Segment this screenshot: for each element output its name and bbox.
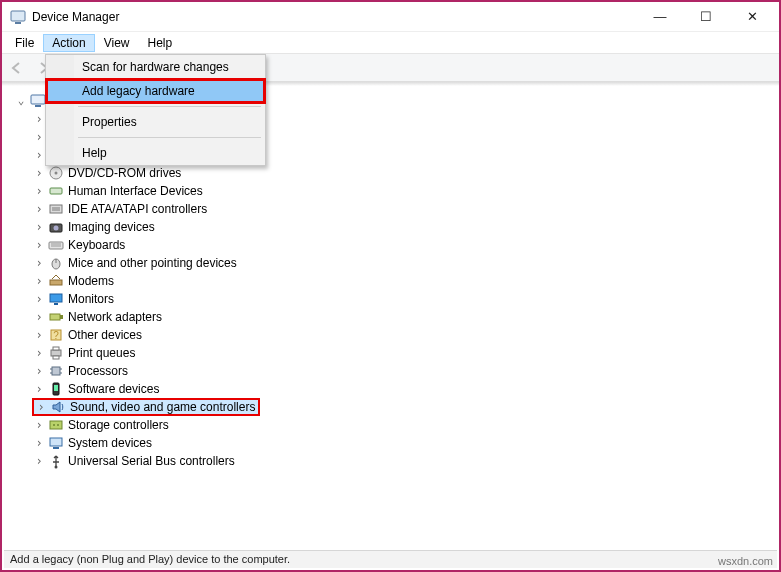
status-text: Add a legacy (non Plug and Play) device … [10, 553, 290, 565]
svg-rect-30 [53, 347, 59, 350]
speaker-icon [50, 399, 66, 415]
svg-rect-14 [52, 207, 60, 211]
svg-point-11 [55, 172, 58, 175]
tree-item-label: Keyboards [68, 238, 125, 252]
svg-rect-32 [52, 367, 60, 375]
expander-icon[interactable] [32, 184, 46, 198]
tree-item-processors[interactable]: Processors [32, 362, 773, 380]
tree-item-label: Monitors [68, 292, 114, 306]
expander-icon[interactable] [34, 400, 48, 414]
svg-point-44 [55, 466, 58, 469]
expander-icon[interactable] [32, 436, 46, 450]
menu-item-help[interactable]: Help [46, 141, 265, 165]
tree-item-mice[interactable]: Mice and other pointing devices [32, 254, 773, 272]
svg-point-40 [53, 424, 55, 426]
tree-item-network[interactable]: Network adapters [32, 308, 773, 326]
expander-icon[interactable] [32, 220, 46, 234]
svg-rect-26 [60, 315, 63, 319]
svg-rect-43 [53, 447, 59, 449]
tree-item-monitors[interactable]: Monitors [32, 290, 773, 308]
watermark: wsxdn.com [718, 555, 773, 567]
tree-item-ide-ata[interactable]: IDE ATA/ATAPI controllers [32, 200, 773, 218]
expander-icon[interactable] [32, 328, 46, 342]
hid-icon [48, 183, 64, 199]
tree-item-label: System devices [68, 436, 152, 450]
svg-rect-25 [50, 314, 60, 320]
close-button[interactable]: ✕ [729, 3, 775, 31]
expander-icon[interactable] [32, 130, 46, 144]
tree-item-label: Network adapters [68, 310, 162, 324]
svg-rect-23 [50, 294, 62, 302]
tree-item-sound-video-game[interactable]: Sound, video and game controllers [32, 398, 260, 416]
menu-bar: File Action View Help [2, 32, 779, 54]
svg-point-41 [57, 424, 59, 426]
tree-item-storage-controllers[interactable]: Storage controllers [32, 416, 773, 434]
tree-item-label: Imaging devices [68, 220, 155, 234]
svg-rect-0 [11, 11, 25, 21]
tree-item-usb-controllers[interactable]: Universal Serial Bus controllers [32, 452, 773, 470]
expander-icon[interactable] [32, 382, 46, 396]
menu-item-properties[interactable]: Properties [46, 110, 265, 134]
expander-icon[interactable] [32, 112, 46, 126]
expander-icon[interactable] [32, 292, 46, 306]
ide-controller-icon [48, 201, 64, 217]
menu-view[interactable]: View [95, 34, 139, 52]
svg-rect-29 [51, 350, 61, 356]
expander-icon[interactable] [32, 166, 46, 180]
svg-rect-22 [50, 280, 62, 285]
software-device-icon [48, 381, 64, 397]
tree-item-hid[interactable]: Human Interface Devices [32, 182, 773, 200]
system-device-icon [48, 435, 64, 451]
expander-icon[interactable] [32, 238, 46, 252]
tree-item-dvd-cdrom[interactable]: DVD/CD-ROM drives [32, 164, 773, 182]
menu-file[interactable]: File [6, 34, 43, 52]
expander-icon[interactable] [32, 274, 46, 288]
menu-item-scan-hardware[interactable]: Scan for hardware changes [46, 55, 265, 79]
dropdown-separator [78, 137, 261, 138]
window-title: Device Manager [32, 10, 637, 24]
tree-item-label: IDE ATA/ATAPI controllers [68, 202, 207, 216]
svg-rect-24 [54, 303, 58, 305]
expander-icon[interactable] [14, 95, 28, 108]
back-button[interactable] [5, 56, 29, 80]
expander-icon[interactable] [32, 148, 46, 162]
svg-rect-1 [15, 22, 21, 24]
tree-item-imaging[interactable]: Imaging devices [32, 218, 773, 236]
svg-rect-2 [31, 95, 45, 104]
svg-rect-39 [50, 421, 62, 429]
expander-icon[interactable] [32, 418, 46, 432]
menu-action[interactable]: Action [43, 34, 94, 52]
tree-item-label: Software devices [68, 382, 159, 396]
tree-item-label: Modems [68, 274, 114, 288]
tree-item-label: Processors [68, 364, 128, 378]
tree-item-label: Human Interface Devices [68, 184, 203, 198]
maximize-button[interactable]: ☐ [683, 3, 729, 31]
expander-icon[interactable] [32, 364, 46, 378]
menu-help[interactable]: Help [139, 34, 182, 52]
tree-item-software-devices[interactable]: Software devices [32, 380, 773, 398]
svg-point-16 [54, 226, 59, 231]
svg-rect-38 [54, 385, 58, 391]
dropdown-separator [78, 106, 261, 107]
menu-item-label: Help [82, 146, 107, 160]
network-adapter-icon [48, 309, 64, 325]
tree-item-other[interactable]: ? Other devices [32, 326, 773, 344]
svg-rect-42 [50, 438, 62, 446]
camera-icon [48, 219, 64, 235]
expander-icon[interactable] [32, 256, 46, 270]
other-devices-icon: ? [48, 327, 64, 343]
expander-icon[interactable] [32, 346, 46, 360]
cpu-icon [48, 363, 64, 379]
optical-drive-icon [48, 165, 64, 181]
menu-item-add-legacy-hardware[interactable]: Add legacy hardware [46, 79, 265, 103]
expander-icon[interactable] [32, 202, 46, 216]
expander-icon[interactable] [32, 310, 46, 324]
tree-item-print-queues[interactable]: Print queues [32, 344, 773, 362]
expander-icon[interactable] [32, 454, 46, 468]
minimize-button[interactable]: — [637, 3, 683, 31]
tree-item-system-devices[interactable]: System devices [32, 434, 773, 452]
tree-item-label: Storage controllers [68, 418, 169, 432]
tree-item-keyboards[interactable]: Keyboards [32, 236, 773, 254]
tree-item-modems[interactable]: Modems [32, 272, 773, 290]
menu-item-label: Scan for hardware changes [82, 60, 229, 74]
